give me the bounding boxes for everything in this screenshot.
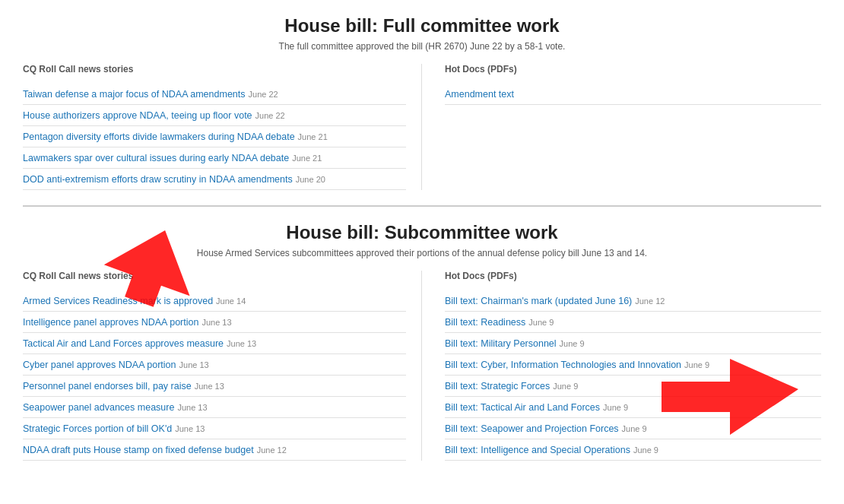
subcommittee-subtitle: House Armed Services subcommittees appro… (23, 248, 821, 258)
list-item: Tactical Air and Land Forces approves me… (23, 333, 406, 354)
news-date: June 13 (179, 360, 209, 369)
subcommittee-docs-list: Bill text: Chairman's mark (updated June… (445, 290, 821, 461)
list-item: Bill text: Cyber, Information Technologi… (445, 354, 821, 376)
news-link[interactable]: Seapower panel advances measure (23, 402, 174, 413)
list-item: Bill text: Tactical Air and Land ForcesJ… (445, 397, 821, 418)
list-item: Lawmakers spar over cultural issues duri… (23, 147, 406, 169)
doc-link[interactable]: Amendment text (445, 89, 514, 100)
list-item: Bill text: Intelligence and Special Oper… (445, 439, 821, 461)
doc-link[interactable]: Bill text: Chairman's mark (updated June… (445, 296, 632, 306)
doc-date: June 9 (553, 382, 578, 391)
list-item: Cyber panel approves NDAA portionJune 13 (23, 354, 406, 376)
news-link[interactable]: Personnel panel endorses bill, pay raise (23, 381, 192, 391)
news-link[interactable]: Tactical Air and Land Forces approves me… (23, 338, 224, 349)
news-date: June 22 (255, 111, 285, 120)
subcommittee-right-header: Hot Docs (PDFs) (445, 271, 821, 284)
list-item: Armed Services Readiness mark is approve… (23, 290, 406, 312)
list-item: Bill text: Chairman's mark (updated June… (445, 290, 821, 312)
list-item: Taiwan defense a major focus of NDAA ame… (23, 84, 406, 105)
doc-date: June 9 (622, 424, 647, 433)
doc-link[interactable]: Bill text: Military Personnel (445, 338, 557, 349)
doc-link[interactable]: Bill text: Cyber, Information Technologi… (445, 360, 681, 370)
news-link[interactable]: Armed Services Readiness mark is approve… (23, 296, 213, 306)
doc-date: June 9 (633, 445, 658, 455)
doc-date: June 9 (684, 360, 709, 369)
news-date: June 20 (296, 175, 325, 184)
news-date: June 13 (175, 424, 205, 433)
list-item: Intelligence panel approves NDAA portion… (23, 312, 406, 333)
doc-link[interactable]: Bill text: Strategic Forces (445, 381, 550, 391)
doc-date: June 9 (528, 318, 554, 327)
doc-link[interactable]: Bill text: Readiness (445, 317, 525, 328)
list-item: Personnel panel endorses bill, pay raise… (23, 376, 406, 397)
news-date: June 21 (298, 132, 328, 141)
list-item: Seapower panel advances measureJune 13 (23, 397, 406, 418)
news-date: June 12 (257, 445, 287, 455)
news-link[interactable]: Intelligence panel approves NDAA portion (23, 317, 198, 328)
news-date: June 21 (292, 154, 322, 163)
news-date: June 13 (227, 339, 256, 348)
news-date: June 13 (201, 318, 231, 327)
news-link[interactable]: Taiwan defense a major focus of NDAA ame… (23, 89, 246, 100)
news-date: June 14 (216, 296, 246, 306)
list-item: Strategic Forces portion of bill OK'dJun… (23, 418, 406, 439)
doc-link[interactable]: Bill text: Seapower and Projection Force… (445, 423, 619, 434)
list-item: Pentagon diversity efforts divide lawmak… (23, 126, 406, 147)
full-committee-title: House bill: Full committee work (23, 15, 821, 36)
full-committee-docs-list: Amendment text (445, 84, 821, 105)
news-date: June 13 (195, 382, 224, 391)
section-divider (23, 205, 821, 207)
list-item: House authorizers approve NDAA, teeing u… (23, 105, 406, 126)
subcommittee-news-list: Armed Services Readiness mark is approve… (23, 290, 406, 461)
list-item: NDAA draft puts House stamp on fixed def… (23, 439, 406, 461)
list-item: DOD anti-extremism efforts draw scrutiny… (23, 169, 406, 190)
list-item: Bill text: Military PersonnelJune 9 (445, 333, 821, 354)
full-committee-left-header: CQ Roll Call news stories (23, 64, 406, 78)
subcommittee-left-header: CQ Roll Call news stories (23, 271, 406, 284)
news-link[interactable]: DOD anti-extremism efforts draw scrutiny… (23, 174, 293, 185)
doc-date: June 9 (603, 403, 628, 412)
news-date: June 13 (177, 403, 207, 412)
news-link[interactable]: House authorizers approve NDAA, teeing u… (23, 110, 252, 121)
full-committee-right-header: Hot Docs (PDFs) (445, 64, 821, 78)
news-link[interactable]: Pentagon diversity efforts divide lawmak… (23, 132, 295, 142)
news-link[interactable]: NDAA draft puts House stamp on fixed def… (23, 445, 254, 455)
subcommittee-title: House bill: Subcommittee work (23, 222, 821, 243)
list-item: Amendment text (445, 84, 821, 105)
news-link[interactable]: Lawmakers spar over cultural issues duri… (23, 153, 289, 163)
full-committee-news-list: Taiwan defense a major focus of NDAA ame… (23, 84, 406, 190)
list-item: Bill text: Strategic ForcesJune 9 (445, 376, 821, 397)
doc-link[interactable]: Bill text: Tactical Air and Land Forces (445, 402, 600, 413)
doc-date: June 9 (560, 339, 585, 348)
full-committee-subtitle: The full committee approved the bill (HR… (23, 41, 821, 52)
news-link[interactable]: Cyber panel approves NDAA portion (23, 360, 176, 370)
doc-date: June 12 (635, 296, 665, 306)
news-date: June 22 (249, 90, 278, 99)
doc-link[interactable]: Bill text: Intelligence and Special Oper… (445, 445, 630, 455)
news-link[interactable]: Strategic Forces portion of bill OK'd (23, 423, 172, 434)
list-item: Bill text: ReadinessJune 9 (445, 312, 821, 333)
list-item: Bill text: Seapower and Projection Force… (445, 418, 821, 439)
